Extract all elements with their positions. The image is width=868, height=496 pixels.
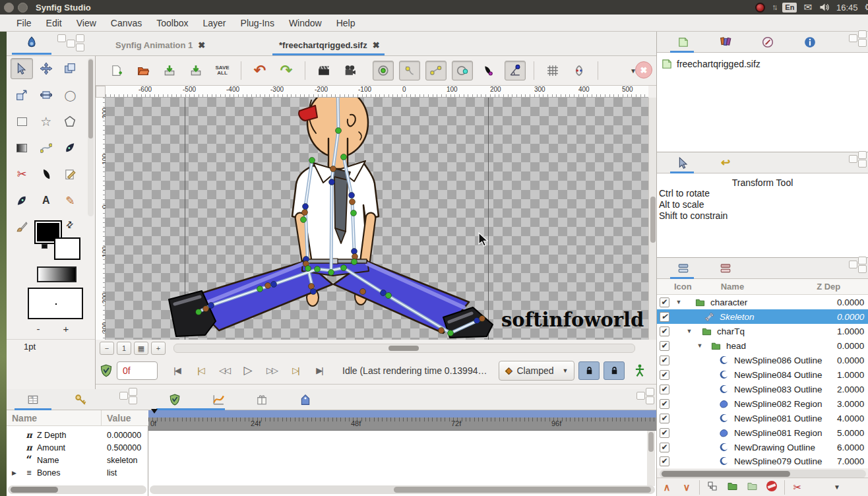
layer-visible-checkbox[interactable]: ✔: [660, 341, 669, 351]
layer-row[interactable]: ✔ NewSpline082 Region 3.0000: [657, 396, 868, 411]
toggle-width-ducks[interactable]: [478, 61, 499, 80]
menu-canvas[interactable]: Canvas: [104, 18, 149, 28]
undo-button[interactable]: ↶: [249, 61, 270, 80]
layer-visible-checkbox[interactable]: ✔: [660, 385, 669, 394]
menu-layer[interactable]: Layer: [196, 18, 233, 28]
tool-smooth-move[interactable]: [35, 58, 57, 79]
tab-freechartqrigged[interactable]: *freechartqrigged.sifz ✖: [279, 36, 380, 54]
toggle-grid-button[interactable]: [542, 61, 563, 80]
scrollbar-thumb[interactable]: [662, 471, 790, 477]
param-value[interactable]: skeleton: [107, 456, 138, 465]
interpolation-dropdown[interactable]: ◆ Clamped ▼: [499, 361, 574, 381]
timetrack-vertical-scrollbar[interactable]: [647, 431, 655, 486]
tab-timetrack[interactable]: [167, 392, 183, 408]
toggle-onion-skin-button[interactable]: [569, 61, 590, 80]
tab-curves[interactable]: [210, 392, 226, 408]
tool-gradient[interactable]: [11, 137, 33, 158]
menu-edit[interactable]: Edit: [39, 18, 69, 28]
tool-rectangle[interactable]: [11, 111, 33, 132]
panel-corner-buttons[interactable]: [627, 390, 655, 408]
close-tab-icon[interactable]: ✖: [198, 40, 205, 50]
expander-icon[interactable]: ▶: [12, 470, 16, 476]
column-divider[interactable]: [101, 410, 102, 426]
horizontal-ruler[interactable]: -600 -500 -400 -300 -200 -100 0 100 200 …: [106, 86, 648, 98]
lock-future-keyframe-button[interactable]: [604, 361, 625, 380]
tab-tool-options[interactable]: [675, 155, 691, 171]
toolbox-tab[interactable]: [24, 34, 40, 50]
panel-corner-buttons[interactable]: [840, 259, 867, 276]
zoom-fit-button[interactable]: 1: [117, 342, 131, 355]
mail-icon[interactable]: ✉: [803, 1, 812, 13]
layers-toolbar-caret-icon[interactable]: ▼: [827, 483, 847, 491]
column-value[interactable]: Value: [107, 413, 131, 423]
layer-row-head[interactable]: ✔ ▼ head 0.0000: [657, 338, 868, 353]
background-color-swatch[interactable]: [54, 237, 80, 260]
tab-params[interactable]: [25, 392, 41, 408]
menu-file[interactable]: File: [9, 18, 39, 28]
window-button-icon[interactable]: [4, 3, 14, 13]
layer-visible-checkbox[interactable]: ✔: [660, 326, 669, 336]
render-progress-icon[interactable]: [100, 364, 113, 377]
play-button[interactable]: ▷: [238, 362, 258, 379]
layer-visible-checkbox[interactable]: ✔: [660, 370, 669, 380]
tool-mirror[interactable]: [59, 58, 81, 79]
prev-keyframe-button[interactable]: |◁: [191, 362, 210, 379]
expander-icon[interactable]: ▼: [696, 342, 704, 349]
bone-setup-figure-icon[interactable]: [634, 364, 646, 377]
toggle-vertex-ducks[interactable]: [399, 61, 420, 80]
open-document-button[interactable]: [133, 61, 154, 80]
new-pale-group-button[interactable]: [742, 481, 762, 493]
tab-children[interactable]: [254, 392, 270, 408]
layer-row[interactable]: ✔ NewSpline081 Outline 4.0000: [657, 411, 868, 425]
tool-width-duck[interactable]: [35, 164, 57, 185]
character-artwork[interactable]: [106, 98, 648, 340]
canvas-vertical-scrollbar[interactable]: [648, 98, 656, 340]
gear-icon[interactable]: ⚙: [865, 1, 868, 13]
tool-text[interactable]: A: [35, 190, 57, 211]
param-value[interactable]: 0.500000: [107, 443, 141, 452]
menu-plugins[interactable]: Plug-Ins: [233, 18, 282, 28]
default-gradient-swatch[interactable]: [37, 266, 77, 282]
tab-palette[interactable]: [718, 34, 733, 50]
cut-layer-button[interactable]: ✂: [788, 481, 807, 493]
tab-history[interactable]: ↩: [718, 155, 733, 171]
close-tab-icon[interactable]: ✖: [373, 40, 380, 50]
scrollbar-thumb[interactable]: [388, 346, 419, 351]
tab-synfig-animation-1[interactable]: Synfig Animation 1 ✖: [115, 36, 205, 54]
tool-cutout[interactable]: ✂: [11, 164, 33, 185]
panel-corner-buttons[interactable]: [117, 390, 147, 408]
tool-brush[interactable]: [11, 216, 33, 237]
time-cursor-icon[interactable]: [151, 409, 158, 414]
group-layers-button[interactable]: [702, 481, 722, 493]
menu-toolbox[interactable]: Toolbox: [149, 18, 195, 28]
toggle-position-ducks[interactable]: [373, 61, 394, 80]
zoom-in-button[interactable]: +: [151, 342, 166, 355]
param-value[interactable]: 0.000000: [107, 431, 141, 440]
open-file-item[interactable]: freechartqrigged.sifz: [657, 53, 868, 75]
tab-sets[interactable]: [718, 261, 733, 276]
layer-visible-checkbox[interactable]: ✔: [660, 443, 669, 452]
redo-button[interactable]: ↷: [276, 61, 297, 80]
panel-corner-buttons[interactable]: [57, 33, 94, 50]
volume-icon[interactable]: [819, 2, 830, 13]
next-frame-button[interactable]: ▷▷: [262, 362, 282, 379]
seek-begin-button[interactable]: |◀: [167, 362, 187, 379]
canvas-viewport[interactable]: softinfoworld: [106, 98, 648, 340]
params-header[interactable]: Name Value: [7, 410, 148, 426]
low-res-toggle-button[interactable]: ▦: [134, 342, 148, 355]
tool-scale[interactable]: [11, 84, 33, 106]
tool-draw[interactable]: [59, 137, 81, 158]
layer-row[interactable]: ✔ NewDrawing Outline 6.0000: [657, 440, 868, 454]
param-row-amount[interactable]: π Amount 0.500000: [7, 441, 148, 454]
time-ruler[interactable]: 0f 24f 48f 72f 96f: [148, 418, 656, 431]
lock-past-keyframe-button[interactable]: [578, 361, 600, 380]
network-arrows-icon[interactable]: ↑↓: [772, 3, 776, 12]
layer-row[interactable]: ✔ NewSpline083 Outline 2.0000: [657, 382, 868, 396]
delete-layer-button[interactable]: [762, 481, 782, 493]
layer-visible-checkbox[interactable]: ✔: [660, 297, 669, 307]
tab-keyframes[interactable]: [73, 392, 88, 408]
menu-window[interactable]: Window: [282, 18, 329, 28]
toggle-tangent-ducks[interactable]: [425, 61, 447, 80]
brush-size-decrease-button[interactable]: -: [30, 323, 46, 335]
panel-corner-buttons[interactable]: [840, 154, 867, 171]
